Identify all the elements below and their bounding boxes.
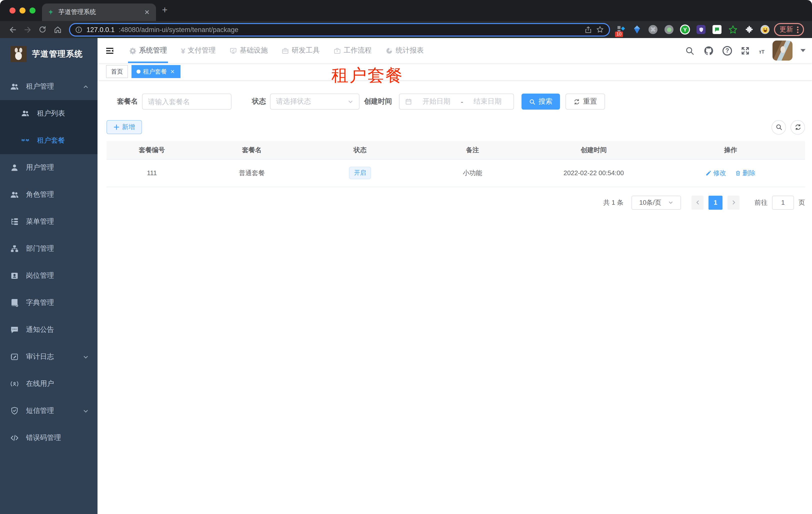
search-icon[interactable] — [685, 45, 696, 56]
status-select[interactable]: 请选择状态 — [270, 93, 359, 110]
extension-dot-icon[interactable] — [664, 25, 674, 34]
add-button[interactable]: 新增 — [107, 120, 142, 134]
goto-group: 前往 页 — [754, 195, 805, 210]
forward-icon[interactable] — [22, 24, 33, 35]
zoom-window-button[interactable] — [29, 7, 35, 13]
sidebar-item-audit-log[interactable]: 审计日志 — [0, 343, 97, 370]
org-chart-icon — [10, 244, 19, 253]
url-bar[interactable]: 127.0.0.1:48080/admin-ui/system/tenant/p… — [69, 23, 610, 36]
sidebar-item-menu-management[interactable]: 菜单管理 — [0, 208, 97, 235]
sidebar-item-role-management[interactable]: 角色管理 — [0, 181, 97, 208]
nav-item-infra[interactable]: 基础设施 — [230, 38, 268, 63]
new-tab-button[interactable]: + — [162, 5, 168, 15]
browser-tab[interactable]: 芋道管理系统 ✕ — [42, 3, 156, 21]
status-badge[interactable]: 开启 — [349, 167, 371, 179]
col-package-name: 套餐名 — [197, 141, 306, 159]
tag-tenant-package[interactable]: 租户套餐 ✕ — [132, 65, 180, 78]
nav-item-label: 基础设施 — [240, 46, 268, 55]
sidebar-item-tenant-package[interactable]: 租户套餐 — [0, 127, 97, 154]
goto-page-input[interactable] — [772, 195, 794, 210]
home-icon[interactable] — [52, 24, 63, 35]
tag-label: 租户套餐 — [143, 67, 167, 76]
share-icon[interactable] — [584, 26, 592, 33]
user-avatar[interactable] — [773, 40, 792, 60]
back-icon[interactable] — [6, 24, 19, 35]
edit-link[interactable]: 修改 — [706, 168, 726, 178]
sidebar-item-notice[interactable]: 通知公告 — [0, 316, 97, 343]
pencil-icon — [706, 170, 712, 176]
chevron-up-icon — [83, 84, 88, 89]
minimize-window-button[interactable] — [20, 7, 26, 13]
app-logo[interactable]: 芋道管理系统 — [0, 41, 97, 67]
refresh-table-button[interactable] — [790, 120, 805, 134]
sidebar-collapse-icon[interactable] — [105, 46, 115, 55]
current-page-button[interactable]: 1 — [708, 195, 723, 210]
create-time-label: 创建时间 — [364, 97, 392, 106]
favicon-sprout-icon — [47, 8, 55, 16]
status-placeholder: 请选择状态 — [276, 97, 311, 106]
sidebar-item-label: 部门管理 — [26, 244, 54, 253]
page-size-value: 10条/页 — [639, 198, 661, 207]
sidebar-item-online-users[interactable]: 在线用户 — [0, 370, 97, 397]
sidebar-item-label: 菜单管理 — [26, 217, 54, 226]
reset-button[interactable]: 重置 — [566, 93, 605, 110]
url-path: :48080/admin-ui/system/tenant/package — [119, 26, 580, 33]
nav-item-system[interactable]: 系统管理 — [129, 38, 167, 63]
site-info-icon[interactable] — [75, 26, 83, 33]
extension-star-icon[interactable] — [728, 25, 738, 34]
extension-grid-icon[interactable]: 10 — [616, 25, 626, 34]
broadcast-icon — [10, 379, 19, 388]
next-page-button[interactable] — [727, 195, 740, 210]
extension-drop-icon[interactable] — [632, 25, 642, 34]
browser-menu-icon[interactable] — [797, 26, 799, 33]
nav-item-workflow[interactable]: 工作流程 — [334, 38, 372, 63]
delete-link[interactable]: 删除 — [735, 168, 755, 178]
nav-item-reports[interactable]: 统计报表 — [386, 38, 424, 63]
package-name-input[interactable] — [148, 98, 226, 106]
extension-chat-icon[interactable] — [712, 25, 722, 34]
sidebar-item-user-management[interactable]: 用户管理 — [0, 154, 97, 181]
badge-icon — [10, 271, 19, 280]
tab-close-icon[interactable]: ✕ — [143, 8, 151, 16]
sidebar-item-label: 在线用户 — [26, 379, 54, 388]
bookmark-star-icon[interactable] — [596, 26, 604, 33]
sidebar-item-tenant-management[interactable]: 租户管理 — [0, 73, 97, 100]
package-name-field — [142, 93, 232, 110]
sidebar-item-dept-management[interactable]: 部门管理 — [0, 235, 97, 262]
font-size-icon[interactable]: тT — [759, 46, 764, 55]
briefcase-icon — [334, 47, 341, 54]
sidebar-item-tenant-list[interactable]: 租户列表 — [0, 100, 97, 127]
avatar-caret-icon[interactable] — [801, 49, 806, 55]
extensions-puzzle-icon[interactable] — [744, 25, 754, 34]
extension-command-icon[interactable]: ⌘ — [648, 25, 658, 34]
browser-update-button[interactable]: 更新 — [774, 23, 804, 36]
message-icon — [10, 325, 19, 334]
chevron-down-icon — [348, 99, 353, 105]
nav-item-label: 工作流程 — [344, 46, 372, 55]
date-range-picker[interactable]: 开始日期 - 结束日期 — [399, 93, 514, 110]
sidebar-item-post-management[interactable]: 岗位管理 — [0, 262, 97, 289]
tag-home[interactable]: 首页 — [106, 65, 128, 78]
sidebar-item-dict-management[interactable]: 字典管理 — [0, 289, 97, 316]
show-search-button[interactable] — [772, 120, 786, 134]
nav-item-devtools[interactable]: 研发工具 — [282, 38, 320, 63]
github-icon[interactable] — [703, 45, 715, 56]
search-button[interactable]: 搜索 — [522, 93, 560, 110]
sidebar-item-sms-management[interactable]: 短信管理 — [0, 397, 97, 425]
close-window-button[interactable] — [9, 7, 16, 13]
extension-shield-icon[interactable] — [696, 25, 706, 34]
sidebar-item-error-code[interactable]: 错误码管理 — [0, 425, 97, 452]
help-icon[interactable]: ? — [723, 46, 732, 55]
table-row: 111 普通套餐 开启 小功能 2022-02-22 00:54:00 修改 — [107, 159, 805, 187]
nav-item-payment[interactable]: ¥ 支付管理 — [181, 38, 216, 63]
package-name-label: 套餐名 — [117, 97, 138, 106]
reload-icon[interactable] — [36, 24, 49, 35]
dashboard-icon — [386, 47, 393, 54]
tag-close-icon[interactable]: ✕ — [170, 68, 175, 75]
extension-y-circle-icon[interactable]: Y — [680, 25, 690, 34]
tags-bar: 首页 租户套餐 ✕ — [97, 63, 812, 80]
prev-page-button[interactable] — [692, 195, 703, 210]
fullscreen-icon[interactable] — [740, 45, 751, 56]
page-size-select[interactable]: 10条/页 — [632, 195, 681, 210]
extension-emoji-icon[interactable] — [760, 25, 770, 34]
